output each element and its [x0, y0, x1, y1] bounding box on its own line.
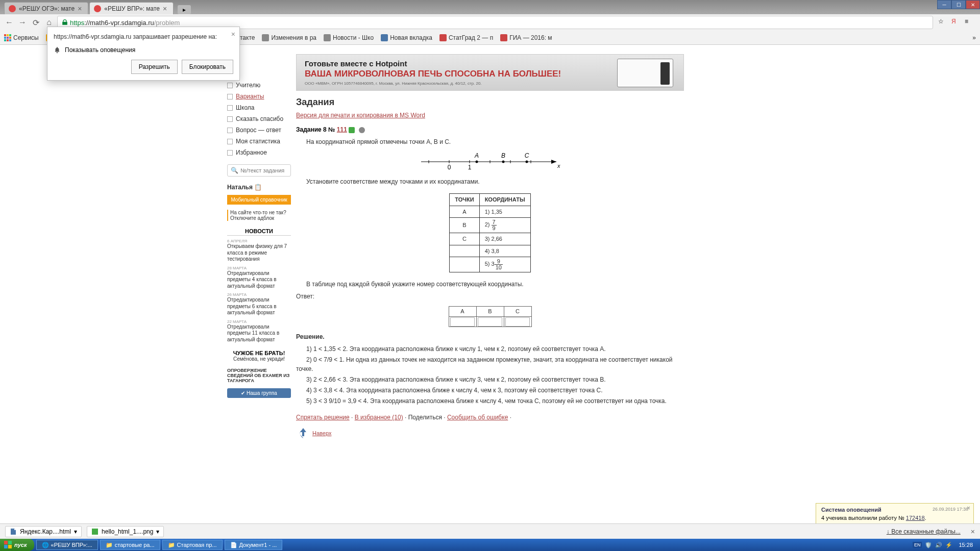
new-tab-button[interactable]: ▸ [178, 5, 191, 14]
apps-button[interactable]: Сервисы [4, 34, 39, 41]
bookmark-item[interactable]: ГИА — 2016: м [500, 34, 552, 41]
close-icon[interactable]: × [163, 5, 167, 13]
apps-icon [4, 34, 11, 41]
minimize-button[interactable]: ─ [937, 0, 951, 9]
tab-1[interactable]: «РЕШУ ВПР»: мате × [89, 2, 174, 14]
extension-icon[interactable]: Я [951, 18, 961, 27]
lock-icon [62, 19, 68, 26]
favicon-icon [9, 5, 16, 12]
url-scheme: https [70, 19, 84, 27]
url-host: ://math6-vpr.sdamgia.ru [84, 19, 154, 27]
tab-0[interactable]: «РЕШУ ОГЭ»: мате × [4, 2, 88, 14]
bookmark-item[interactable]: Изменения в ра [262, 34, 316, 41]
permission-text: https://math6-vpr.sdamgia.ru запрашивает… [54, 33, 233, 40]
close-icon[interactable]: × [231, 30, 235, 38]
star-icon[interactable]: ☆ [938, 18, 947, 27]
bookmark-item[interactable]: СтатГрад 2 — п [439, 34, 493, 41]
url-path: /problem [154, 19, 180, 27]
bookmark-icon [439, 34, 447, 41]
close-window-button[interactable]: ✕ [966, 0, 980, 9]
bookmark-item[interactable]: Новости - Шко [324, 34, 374, 41]
reload-button[interactable]: ⟳ [31, 17, 41, 28]
bookmark-icon [500, 34, 507, 41]
bookmarks-overflow[interactable]: » [972, 34, 976, 41]
tabs-row: «РЕШУ ОГЭ»: мате × «РЕШУ ВПР»: мате × ▸ … [0, 0, 980, 14]
maximize-button[interactable]: ☐ [951, 0, 966, 9]
bookmark-icon [381, 34, 388, 41]
home-button[interactable]: ⌂ [44, 17, 54, 28]
back-button[interactable]: ← [4, 17, 14, 28]
tab-title: «РЕШУ ВПР»: мате [104, 5, 160, 12]
menu-icon[interactable]: ≡ [965, 18, 974, 27]
apps-label: Сервисы [13, 34, 39, 41]
tab-title: «РЕШУ ОГЭ»: мате [19, 5, 75, 12]
bookmark-icon [262, 34, 269, 41]
favicon-icon [94, 5, 101, 12]
bookmark-item[interactable]: Новая вкладка [381, 34, 432, 41]
bookmark-icon [324, 34, 331, 41]
forward-button[interactable]: → [17, 17, 28, 28]
permission-prompt: × https://math6-vpr.sdamgia.ru запрашива… [47, 27, 240, 45]
close-icon[interactable]: × [78, 5, 82, 13]
